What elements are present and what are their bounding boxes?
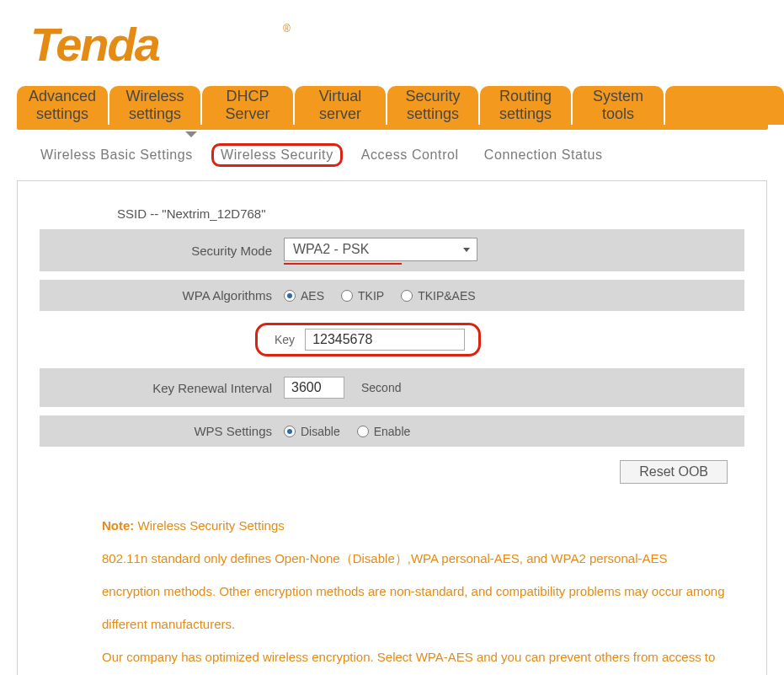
row-security-mode: Security Mode WPA2 - PSK <box>40 229 744 271</box>
nav-label: Advanced settings <box>29 88 96 122</box>
wpa-alg-tkipaes[interactable]: TKIP&AES <box>401 289 475 303</box>
nav-tab-system[interactable]: System tools <box>573 86 664 125</box>
highlight-underline <box>284 263 402 265</box>
radio-icon <box>341 290 353 302</box>
nav-label: Wireless settings <box>125 88 184 122</box>
subnav-connection-status[interactable]: Connection Status <box>477 144 610 166</box>
nav-tab-wireless[interactable]: Wireless settings <box>109 86 200 125</box>
nav-label: DHCP Server <box>225 88 269 122</box>
note-block: Note: Wireless Security Settings 802.11n… <box>102 509 728 675</box>
nav-label: Routing settings <box>499 88 552 122</box>
wpa-alg-label: WPA Algorithms <box>40 288 284 303</box>
nav-tab-dhcp[interactable]: DHCP Server <box>202 86 293 125</box>
key-highlight: Key <box>255 323 481 356</box>
ssid-label: SSID -- "Nextrim_12D768" <box>117 206 761 221</box>
row-wpa-algorithms: WPA Algorithms AES TKIP TKIP&AES <box>40 280 744 311</box>
wps-disable[interactable]: Disable <box>284 425 340 438</box>
security-mode-select[interactable]: WPA2 - PSK <box>284 238 477 261</box>
nav-label: Security settings <box>405 88 460 122</box>
nav-tab-security[interactable]: Security settings <box>387 86 478 125</box>
nav-underline <box>17 125 768 130</box>
security-mode-label: Security Mode <box>40 244 284 258</box>
note-body-1: 802.11n standard only defines Open-None（… <box>102 551 725 631</box>
wps-enable[interactable]: Enable <box>357 425 411 438</box>
option-label: Disable <box>301 425 340 438</box>
subnav-security[interactable]: Wireless Security <box>211 143 343 167</box>
subnav-access-control[interactable]: Access Control <box>355 144 466 166</box>
nav-label: System tools <box>593 88 643 122</box>
sub-nav: Wireless Basic Settings Wireless Securit… <box>34 143 784 167</box>
key-renewal-unit: Second <box>361 381 401 394</box>
note-heading: Wireless Security Settings <box>138 518 285 533</box>
nav-label: Virtual server <box>319 88 362 122</box>
radio-icon <box>284 426 296 437</box>
row-key: Key <box>40 319 744 360</box>
subnav-basic[interactable]: Wireless Basic Settings <box>34 144 200 166</box>
radio-icon <box>357 426 369 437</box>
svg-text:®: ® <box>283 23 291 35</box>
wps-group: Disable Enable <box>284 425 410 438</box>
key-renewal-label: Key Renewal Interval <box>40 381 284 395</box>
reset-oob-button[interactable]: Reset OOB <box>620 460 728 484</box>
row-wps: WPS Settings Disable Enable <box>40 415 744 447</box>
nav-tab-advanced[interactable]: Advanced settings <box>17 86 108 125</box>
option-label: TKIP&AES <box>418 289 475 303</box>
wpa-alg-aes[interactable]: AES <box>284 289 324 303</box>
wpa-alg-tkip[interactable]: TKIP <box>341 289 384 303</box>
svg-text:Tenda: Tenda <box>30 20 160 71</box>
note-body-2: Our company has optimized wireless encry… <box>102 650 715 675</box>
key-input[interactable] <box>305 329 465 351</box>
key-renewal-input[interactable] <box>284 377 344 399</box>
nav-tab-routing[interactable]: Routing settings <box>480 86 571 125</box>
main-nav: Advanced settings Wireless settings DHCP… <box>17 86 784 125</box>
nav-tab-virtual[interactable]: Virtual server <box>295 86 386 125</box>
brand-logo: Tenda ® <box>0 0 784 86</box>
radio-icon <box>401 290 413 302</box>
wps-label: WPS Settings <box>40 424 284 438</box>
note-title: Note: <box>102 518 134 533</box>
security-mode-value: WPA2 - PSK <box>293 242 369 257</box>
option-label: TKIP <box>358 289 384 303</box>
content-panel: SSID -- "Nextrim_12D768" Security Mode W… <box>17 180 767 675</box>
wpa-alg-group: AES TKIP TKIP&AES <box>284 289 476 303</box>
option-label: Enable <box>374 425 411 438</box>
chevron-down-icon <box>463 248 470 252</box>
row-key-renewal: Key Renewal Interval Second <box>40 368 744 407</box>
option-label: AES <box>301 289 324 303</box>
radio-icon <box>284 290 296 302</box>
nav-filler <box>665 86 784 125</box>
key-label: Key <box>275 333 295 346</box>
active-tab-indicator-icon <box>185 131 197 137</box>
